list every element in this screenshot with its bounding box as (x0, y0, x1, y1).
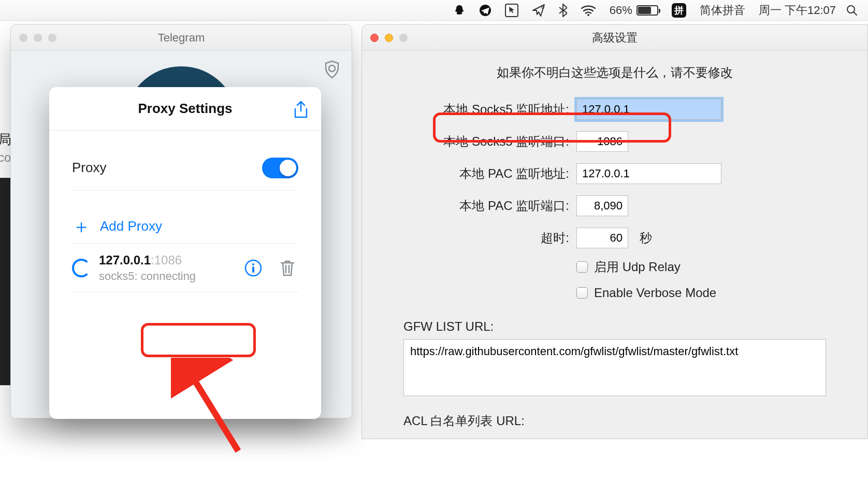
verbose-mode-label: Enable Verbose Mode (594, 286, 716, 300)
socks5-address-input[interactable] (576, 99, 721, 120)
proxy-entry[interactable]: 127.0.0.1:1086 socks5: connecting (72, 244, 298, 292)
proxy-settings-popup: Proxy Settings Proxy ＋ Add Proxy 127.0.0… (49, 87, 321, 419)
pac-port-input[interactable] (576, 195, 628, 216)
clock: 周一 下午12:07 (759, 3, 836, 18)
proxy-settings-title: Proxy Settings (138, 101, 232, 117)
macos-menubar: G 66% 拼 简体拼音 周一 下午12:07 (0, 0, 868, 21)
telegram-titlebar[interactable]: Telegram (11, 25, 352, 51)
proxy-toggle-switch[interactable] (262, 158, 298, 178)
qq-icon[interactable] (453, 4, 466, 17)
gfw-url-label: GFW LIST URL: (403, 319, 826, 334)
shield-icon[interactable] (324, 60, 340, 81)
udp-relay-checkbox[interactable] (576, 261, 588, 273)
battery-icon (636, 5, 658, 16)
socks5-port-label: 本地 Socks5 监听端口: (403, 133, 569, 150)
timeout-unit: 秒 (640, 230, 652, 246)
battery-percent: 66% (610, 4, 632, 17)
cursor-box-icon[interactable] (505, 4, 518, 17)
verbose-mode-checkbox[interactable] (576, 287, 588, 299)
proxy-entry-ip: 127.0.0.1 (99, 253, 151, 267)
timeout-label: 超时: (403, 230, 569, 246)
proxy-entry-port: :1086 (151, 253, 182, 267)
svg-point-7 (252, 263, 254, 265)
pac-address-input[interactable] (576, 163, 721, 184)
udp-relay-label: 启用 Udp Relay (594, 259, 681, 275)
spotlight-icon[interactable] (846, 5, 858, 16)
pac-address-label: 本地 PAC 监听地址: (403, 165, 569, 182)
socks5-port-input[interactable] (576, 131, 628, 152)
svg-point-5 (329, 65, 335, 72)
advanced-settings-titlebar[interactable]: 高级设置 (362, 25, 867, 51)
battery-status[interactable]: 66% (610, 4, 658, 17)
add-proxy-button[interactable]: ＋ Add Proxy (72, 209, 298, 244)
plus-icon: ＋ (72, 217, 91, 236)
proxy-entry-status: socks5: connecting (99, 270, 196, 283)
bluetooth-icon[interactable] (559, 4, 567, 17)
share-icon[interactable] (293, 101, 309, 121)
proxy-entry-address: 127.0.0.1:1086 (99, 253, 196, 268)
socks5-address-label: 本地 Socks5 监听地址: (403, 101, 569, 118)
timeout-input[interactable] (576, 228, 628, 248)
svg-rect-8 (252, 266, 254, 273)
advanced-settings-window: 高级设置 如果你不明白这些选项是什么，请不要修改 本地 Socks5 监听地址:… (361, 24, 868, 439)
svg-point-3 (587, 14, 589, 16)
acl-url-label: ACL 白名单列表 URL: (403, 413, 826, 429)
paper-plane-icon[interactable]: G (532, 4, 545, 17)
proxy-settings-header: Proxy Settings (49, 87, 321, 131)
pac-port-label: 本地 PAC 监听端口: (403, 198, 569, 214)
info-icon[interactable] (244, 259, 262, 277)
trash-icon[interactable] (280, 259, 295, 277)
advanced-settings-warning: 如果你不明白这些选项是什么，请不要修改 (403, 59, 826, 93)
advanced-settings-title: 高级设置 (362, 30, 867, 46)
telegram-title: Telegram (11, 31, 352, 45)
svg-text:G: G (541, 5, 544, 10)
add-proxy-label: Add Proxy (100, 218, 162, 234)
ime-label[interactable]: 简体拼音 (700, 3, 745, 18)
ime-icon[interactable]: 拼 (672, 3, 686, 18)
background-text-2: co (0, 150, 11, 165)
wifi-icon[interactable] (581, 5, 596, 16)
telegram-menubar-icon[interactable] (479, 4, 491, 17)
gfw-url-textarea[interactable]: https://raw.githubusercontent.com/gfwlis… (403, 339, 826, 396)
background-dark-strip (0, 178, 11, 385)
loading-spinner-icon (72, 259, 91, 277)
proxy-toggle-label: Proxy (72, 160, 106, 176)
